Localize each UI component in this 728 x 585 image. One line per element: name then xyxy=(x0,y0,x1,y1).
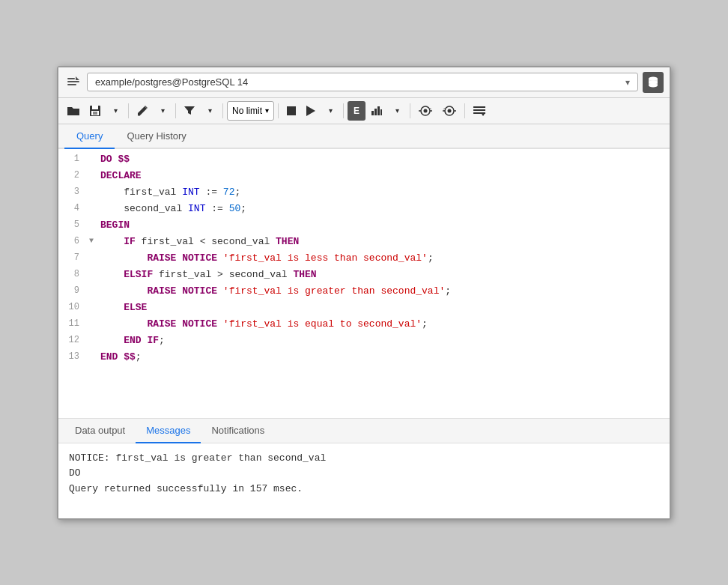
main-window: example/postgres@PostgreSQL 14 ▾ xyxy=(57,66,671,520)
line-number: 3 xyxy=(58,185,85,197)
line-number: 2 xyxy=(58,169,85,181)
output-line-4: Query returned successfully in 157 msec. xyxy=(69,482,659,497)
code-line-9: 9 RAISE NOTICE 'first_val is greater tha… xyxy=(58,284,670,300)
svg-rect-28 xyxy=(473,109,485,111)
code-line-4: 4 second_val INT := 50; xyxy=(58,201,670,218)
line-number: 1 xyxy=(58,152,85,164)
code-line-11: 11 RAISE NOTICE 'first_val is equal to s… xyxy=(58,317,670,333)
filter-chevron-button[interactable]: ▾ xyxy=(201,101,219,121)
limit-label: No limit xyxy=(232,106,262,116)
fold-indicator[interactable] xyxy=(85,300,97,303)
edit-button[interactable] xyxy=(133,101,152,121)
tab-data-output[interactable]: Data output xyxy=(64,419,136,443)
tab-messages[interactable]: Messages xyxy=(136,419,201,443)
fold-indicator[interactable] xyxy=(85,317,97,319)
query-tabs: Query Query History xyxy=(58,124,670,149)
fold-indicator[interactable] xyxy=(85,169,97,171)
connection-selector[interactable]: example/postgres@PostgreSQL 14 ▾ xyxy=(87,73,638,91)
fold-indicator[interactable] xyxy=(85,201,97,204)
save-button[interactable] xyxy=(85,101,105,121)
limit-chevron: ▾ xyxy=(265,106,269,115)
fold-indicator[interactable]: ▼ xyxy=(85,234,97,245)
separator-6 xyxy=(410,103,410,118)
title-bar: example/postgres@PostgreSQL 14 ▾ xyxy=(58,67,670,98)
line-content: DECLARE xyxy=(97,169,145,183)
line-content: RAISE NOTICE 'first_val is equal to seco… xyxy=(97,317,431,331)
tab-query[interactable]: Query xyxy=(64,124,115,149)
run-button[interactable] xyxy=(302,101,320,121)
fold-indicator[interactable] xyxy=(85,185,97,187)
fold-indicator[interactable] xyxy=(85,267,97,270)
line-number: 13 xyxy=(58,350,85,362)
line-content: END IF; xyxy=(97,333,168,348)
limit-dropdown[interactable]: No limit ▾ xyxy=(227,101,274,121)
edit-chevron-button[interactable]: ▾ xyxy=(154,101,172,121)
stop-button[interactable] xyxy=(282,101,300,121)
open-button[interactable] xyxy=(63,101,84,121)
line-number: 6 xyxy=(58,234,85,246)
line-content: first_val INT := 72; xyxy=(97,185,243,199)
chart-button[interactable] xyxy=(367,101,386,121)
code-line-13: 13END $$; xyxy=(58,350,670,366)
code-editor[interactable]: 1DO $$2DECLARE3 first_val INT := 72;4 se… xyxy=(58,149,670,419)
line-number: 10 xyxy=(58,300,85,312)
line-content: RAISE NOTICE 'first_val is greater than … xyxy=(97,284,454,298)
fold-indicator[interactable] xyxy=(85,350,97,352)
database-icon[interactable] xyxy=(643,72,664,93)
svg-point-7 xyxy=(649,83,658,87)
separator-5 xyxy=(343,103,344,118)
svg-rect-11 xyxy=(93,112,97,115)
svg-rect-13 xyxy=(287,106,296,115)
commit-button[interactable] xyxy=(414,101,437,121)
line-number: 5 xyxy=(58,218,85,230)
svg-rect-17 xyxy=(377,106,380,115)
save-chevron-button[interactable]: ▾ xyxy=(106,101,124,121)
filter-button[interactable] xyxy=(180,101,199,121)
macros-button[interactable] xyxy=(469,101,490,121)
svg-marker-14 xyxy=(306,106,315,116)
svg-rect-1 xyxy=(67,84,76,85)
tab-query-history[interactable]: Query History xyxy=(115,124,198,149)
line-number: 8 xyxy=(58,267,85,279)
fold-indicator[interactable] xyxy=(85,218,97,220)
fold-indicator[interactable] xyxy=(85,152,97,154)
separator-4 xyxy=(278,103,279,118)
line-number: 11 xyxy=(58,317,85,329)
separator-2 xyxy=(175,103,176,118)
toolbar: ▾ ▾ ▾ No limit ▾ xyxy=(58,98,670,124)
fold-indicator[interactable] xyxy=(85,284,97,286)
code-line-12: 12 END IF; xyxy=(58,333,670,350)
rollback-button[interactable] xyxy=(438,101,461,121)
code-line-3: 3 first_val INT := 72; xyxy=(58,185,670,201)
separator-3 xyxy=(222,103,223,118)
svg-rect-27 xyxy=(473,106,485,108)
run-chevron-button[interactable]: ▾ xyxy=(321,101,339,121)
code-line-2: 2DECLARE xyxy=(58,169,670,185)
svg-rect-16 xyxy=(374,109,377,115)
svg-marker-30 xyxy=(482,114,485,116)
fold-indicator[interactable] xyxy=(85,251,97,253)
svg-rect-18 xyxy=(380,109,382,115)
svg-point-20 xyxy=(424,109,428,112)
line-content: BEGIN xyxy=(97,218,133,232)
code-line-10: 10 ELSE xyxy=(58,300,670,317)
tab-notifications[interactable]: Notifications xyxy=(201,419,275,443)
svg-point-24 xyxy=(448,109,452,112)
line-number: 9 xyxy=(58,284,85,296)
line-content: ELSE xyxy=(97,300,150,315)
code-line-8: 8 ELSIF first_val > second_val THEN xyxy=(58,267,670,284)
chart-chevron-button[interactable]: ▾ xyxy=(388,101,406,121)
bottom-tabs: Data output Messages Notifications xyxy=(58,419,670,443)
fold-indicator[interactable] xyxy=(85,333,97,336)
svg-rect-15 xyxy=(371,111,374,115)
explain-button[interactable]: E xyxy=(348,101,365,121)
svg-rect-29 xyxy=(473,112,485,114)
output-line-2: DO xyxy=(69,466,659,482)
code-line-7: 7 RAISE NOTICE 'first_val is less than s… xyxy=(58,251,670,267)
code-line-1: 1DO $$ xyxy=(58,152,670,169)
output-line-1: NOTICE: first_val is greater than second… xyxy=(69,451,659,467)
output-area: NOTICE: first_val is greater than second… xyxy=(58,443,670,518)
line-content: ELSIF first_val > second_val THEN xyxy=(97,267,320,282)
line-content: END $$; xyxy=(97,350,145,364)
code-line-6: 6▼ IF first_val < second_val THEN xyxy=(58,234,670,251)
